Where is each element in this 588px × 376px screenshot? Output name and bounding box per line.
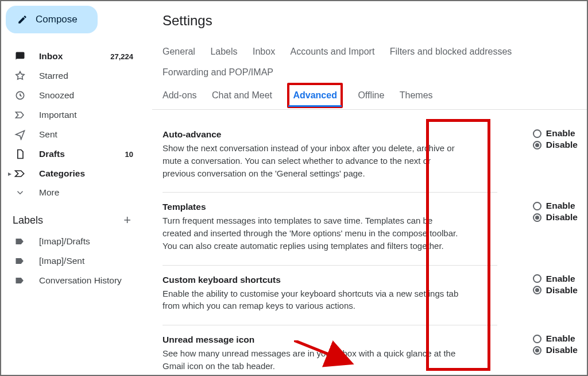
important-icon — [14, 109, 26, 121]
sent-icon — [14, 129, 26, 140]
tab-forwarding[interactable]: Forwarding and POP/IMAP — [163, 62, 273, 83]
nav-label: More — [39, 187, 136, 198]
tab-offline[interactable]: Offline — [358, 85, 384, 106]
label-item[interactable]: [Imap]/Drafts — [6, 232, 140, 251]
enable-label: Enable — [546, 333, 575, 344]
disable-label: Disable — [546, 140, 578, 150]
compose-button[interactable]: Compose — [6, 6, 98, 33]
clock-icon — [14, 90, 26, 101]
tab-accounts[interactable]: Accounts and Import — [291, 41, 375, 62]
disable-label: Disable — [546, 212, 578, 222]
feature-title: Auto-advance — [163, 129, 497, 140]
tab-inbox[interactable]: Inbox — [253, 41, 275, 62]
nav-label: Snoozed — [39, 90, 136, 101]
main: Settings General Labels Inbox Accounts a… — [152, 1, 587, 375]
add-label-button[interactable]: + — [123, 213, 131, 228]
feature-desc: Show the next conversation instead of yo… — [163, 142, 461, 179]
tag-icon — [14, 236, 26, 247]
feature-title: Templates — [163, 202, 497, 212]
sidebar-item-drafts[interactable]: Drafts 10 — [6, 145, 140, 163]
tab-advanced[interactable]: Advanced — [287, 83, 342, 108]
tab-chat[interactable]: Chat and Meet — [212, 85, 272, 106]
disable-option[interactable]: Disable — [533, 212, 578, 222]
feature-options: Enable Disable — [533, 128, 578, 151]
label-text: Conversation History — [39, 275, 136, 286]
tab-general[interactable]: General — [163, 41, 195, 62]
feature-unread-icon: Unread message icon See how many unread … — [163, 325, 497, 375]
radio-icon — [533, 335, 541, 343]
caret-right-icon: ▸ — [8, 170, 11, 178]
feature-title: Unread message icon — [163, 335, 497, 345]
radio-icon — [533, 274, 541, 283]
radio-icon — [533, 286, 541, 294]
label-text: [Imap]/Sent — [39, 256, 136, 266]
tab-themes[interactable]: Themes — [400, 85, 433, 106]
enable-label: Enable — [546, 274, 575, 284]
labels-list: [Imap]/Drafts [Imap]/Sent Conversation H… — [6, 232, 140, 290]
disable-option[interactable]: Disable — [533, 345, 578, 355]
tabs-row1: General Labels Inbox Accounts and Import… — [163, 41, 587, 83]
enable-option[interactable]: Enable — [533, 201, 578, 211]
tab-filters[interactable]: Filters and blocked addresses — [390, 41, 512, 62]
feature-options: Enable Disable — [533, 274, 578, 297]
label-item[interactable]: [Imap]/Sent — [6, 252, 140, 270]
nav-label: Inbox — [39, 51, 98, 62]
disable-option[interactable]: Disable — [533, 140, 578, 150]
nav-label: Important — [39, 110, 136, 120]
feature-options: Enable Disable — [533, 333, 578, 356]
page-title: Settings — [163, 13, 587, 29]
feature-desc: Enable the ability to customise your key… — [163, 287, 461, 313]
sidebar-item-categories[interactable]: ▸ Categories — [6, 164, 140, 183]
inbox-icon — [14, 51, 26, 62]
feature-desc: See how many unread messages are in your… — [163, 347, 461, 373]
nav-label: Categories — [39, 168, 136, 179]
settings-tabs: General Labels Inbox Accounts and Import… — [152, 41, 587, 108]
disable-label: Disable — [546, 285, 578, 296]
disable-label: Disable — [546, 345, 578, 355]
star-icon — [14, 70, 26, 82]
sidebar-item-starred[interactable]: Starred — [6, 67, 140, 85]
categories-icon — [14, 168, 26, 179]
nav-label: Starred — [39, 71, 136, 81]
nav-list: Inbox 27,224 Starred Snoozed Important — [6, 47, 140, 201]
disable-option[interactable]: Disable — [533, 285, 578, 296]
labels-title: Labels — [13, 214, 43, 227]
nav-count: 10 — [125, 150, 133, 159]
enable-option[interactable]: Enable — [533, 128, 578, 139]
feature-auto-advance: Auto-advance Show the next conversation … — [163, 120, 497, 193]
feature-desc: Turn frequent messages into templates to… — [163, 214, 461, 252]
feature-keyboard-shortcuts: Custom keyboard shortcuts Enable the abi… — [163, 266, 497, 326]
feature-title: Custom keyboard shortcuts — [163, 275, 497, 285]
enable-option[interactable]: Enable — [533, 274, 578, 284]
sidebar-item-inbox[interactable]: Inbox 27,224 — [6, 47, 140, 66]
radio-icon — [533, 141, 541, 149]
label-item[interactable]: Conversation History — [6, 271, 140, 290]
feature-options: Enable Disable — [533, 201, 578, 224]
enable-label: Enable — [546, 201, 575, 211]
enable-option[interactable]: Enable — [533, 333, 578, 344]
label-text: [Imap]/Drafts — [39, 236, 136, 247]
radio-icon — [533, 346, 541, 355]
nav-label: Sent — [39, 129, 136, 140]
tag-icon — [14, 255, 26, 267]
tag-icon — [14, 275, 26, 286]
nav-label: Drafts — [39, 149, 113, 159]
tabs-row2: Add-ons Chat and Meet Advanced Offline T… — [163, 83, 587, 108]
tab-addons[interactable]: Add-ons — [163, 85, 197, 106]
sidebar-item-snoozed[interactable]: Snoozed — [6, 86, 140, 105]
nav-count: 27,224 — [110, 52, 133, 61]
labels-header: Labels + — [6, 207, 140, 232]
compose-label: Compose — [36, 14, 78, 25]
chevron-down-icon — [14, 187, 26, 198]
radio-icon — [533, 129, 541, 138]
advanced-features: Auto-advance Show the next conversation … — [152, 110, 587, 375]
tab-labels[interactable]: Labels — [210, 41, 237, 62]
sidebar-item-sent[interactable]: Sent — [6, 125, 140, 144]
file-icon — [14, 148, 26, 160]
sidebar: Compose Inbox 27,224 Starred Snoozed — [1, 1, 145, 375]
sidebar-item-more[interactable]: More — [6, 184, 140, 201]
pencil-icon — [17, 14, 28, 25]
sidebar-item-important[interactable]: Important — [6, 106, 140, 124]
enable-label: Enable — [546, 128, 575, 139]
radio-icon — [533, 202, 541, 210]
